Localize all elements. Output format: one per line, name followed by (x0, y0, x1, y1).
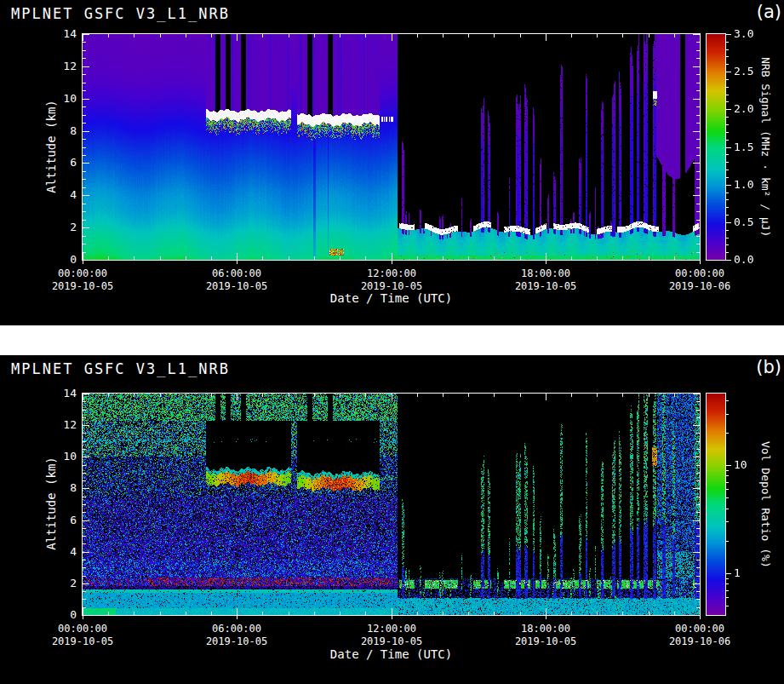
x-minor-tick (314, 394, 315, 397)
x-minor-tick (597, 34, 598, 37)
colorbar-minor-tick (725, 56, 729, 57)
y-major-tick (693, 163, 700, 164)
x-minor-tick (262, 394, 263, 397)
y-tick-label: 12 (43, 418, 77, 431)
colorbar-minor-tick (725, 95, 729, 95)
y-minor-tick (696, 410, 700, 411)
y-minor-tick (83, 465, 86, 466)
y-minor-tick (83, 220, 86, 221)
x-minor-tick (597, 394, 598, 397)
x-minor-tick (108, 34, 109, 37)
x-minor-tick (494, 256, 495, 260)
y-minor-tick (83, 567, 86, 568)
colorbar-b (706, 393, 726, 616)
y-major-tick (693, 195, 700, 196)
y-minor-tick (83, 90, 86, 91)
y-minor-tick (696, 536, 700, 537)
colorbar-minor-tick (725, 193, 729, 193)
panel-a: MPLNET GSFC V3_L1_NRB (a) Altitude (km) … (0, 0, 784, 325)
y-minor-tick (83, 252, 86, 253)
x-minor-tick (571, 34, 572, 37)
x-minor-tick (289, 34, 289, 37)
y-minor-tick (696, 449, 700, 450)
y-major-tick (83, 131, 89, 132)
x-major-tick (237, 394, 237, 400)
x-tick-label: 00:00:002019-10-05 (23, 623, 142, 648)
y-minor-tick (83, 504, 86, 505)
y-major-tick (83, 457, 89, 457)
y-minor-tick (83, 497, 86, 497)
colorbar-title-b: Vol Depol Ratio (%) (754, 393, 776, 616)
x-tick-label: 00:00:002019-10-05 (23, 267, 142, 293)
x-minor-tick (108, 394, 109, 397)
plot-area-a (82, 33, 701, 261)
y-major-tick (693, 66, 700, 67)
colorbar-minor-tick (725, 597, 729, 598)
x-minor-tick (494, 34, 495, 37)
x-minor-tick (108, 612, 109, 615)
y-minor-tick (83, 449, 86, 450)
x-major-tick (546, 253, 547, 260)
y-tick-label: 10 (43, 450, 77, 463)
y-minor-tick (83, 536, 86, 537)
x-axis-title-b: Date / Time (UTC) (82, 647, 701, 661)
x-minor-tick (674, 34, 675, 37)
y-axis-title-a: Altitude (km) (44, 100, 58, 193)
y-major-tick (83, 66, 89, 67)
colorbar-minor-tick (725, 583, 729, 584)
colorbar-minor-tick (725, 170, 729, 170)
x-minor-tick (622, 34, 623, 37)
x-major-tick (700, 34, 701, 41)
y-minor-tick (696, 473, 700, 474)
y-minor-tick (696, 90, 700, 91)
colorbar-minor-tick (725, 521, 729, 522)
x-minor-tick (289, 612, 289, 615)
y-minor-tick (83, 50, 86, 51)
y-minor-tick (696, 42, 700, 43)
x-minor-tick (365, 256, 366, 260)
x-minor-tick (160, 34, 161, 37)
y-major-tick (693, 99, 700, 100)
y-minor-tick (83, 204, 86, 204)
y-minor-tick (83, 441, 86, 442)
colorbar-minor-tick (725, 207, 729, 208)
y-minor-tick (83, 480, 86, 481)
x-minor-tick (468, 256, 469, 260)
x-major-tick (83, 608, 83, 615)
x-major-tick (392, 616, 392, 619)
page: { "page":{"background":"#ffffff","panel_… (0, 0, 784, 684)
y-minor-tick (83, 473, 86, 474)
colorbar-minor-tick (725, 117, 729, 118)
colorbar-minor-tick (725, 79, 729, 80)
y-major-tick (83, 394, 89, 394)
x-minor-tick (186, 256, 186, 260)
colorbar-tick-label: 1.0 (734, 178, 768, 191)
y-minor-tick (696, 567, 700, 568)
x-tick-label: 18:00:002019-10-05 (486, 623, 605, 648)
x-minor-tick (494, 612, 495, 615)
colorbar-minor-tick (725, 509, 729, 509)
colorbar-major-tick (725, 185, 731, 186)
colorbar-minor-tick (725, 177, 729, 178)
x-minor-tick (160, 394, 161, 397)
x-major-tick (237, 253, 237, 260)
y-minor-tick (83, 528, 86, 529)
colorbar-tick-label: 10 (734, 458, 768, 471)
y-minor-tick (83, 599, 86, 600)
y-minor-tick (83, 560, 86, 560)
y-major-tick (83, 552, 89, 553)
x-tick-label: 06:00:002019-10-05 (177, 267, 296, 293)
y-minor-tick (696, 441, 700, 442)
x-major-tick (83, 253, 83, 260)
colorbar-minor-tick (725, 162, 729, 163)
y-tick-label: 0 (43, 253, 77, 266)
colorbar-minor-tick (725, 414, 729, 415)
colorbar-tick-label: 2.5 (734, 65, 768, 78)
x-minor-tick (468, 34, 469, 37)
y-major-tick (83, 99, 89, 100)
y-minor-tick (696, 83, 700, 83)
colorbar-major-tick (725, 147, 731, 148)
y-major-tick (693, 425, 700, 426)
x-minor-tick (134, 612, 134, 615)
y-tick-label: 0 (43, 608, 77, 621)
